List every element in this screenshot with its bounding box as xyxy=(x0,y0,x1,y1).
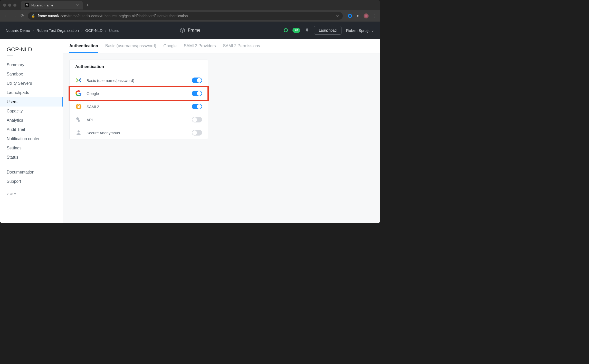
profile-avatar-icon[interactable] xyxy=(364,13,369,18)
main-panel: AuthenticationBasic (username/password)G… xyxy=(63,39,380,223)
url-host: frame.nutanix.com xyxy=(38,14,67,18)
svg-point-6 xyxy=(78,130,80,132)
version-label: 2.70.2 xyxy=(0,186,63,202)
sidebar-item-support[interactable]: Support xyxy=(0,177,63,186)
tab-basic-username-password-[interactable]: Basic (username/password) xyxy=(105,44,156,53)
sidebar-item-audit-trail[interactable]: Audit Trail xyxy=(0,125,63,134)
tab-saml2-permissions[interactable]: SAML2 Permissions xyxy=(223,44,260,53)
sidebar-item-utility-servers[interactable]: Utility Servers xyxy=(0,79,63,88)
browser-menu-icon[interactable]: ⋮ xyxy=(373,14,377,18)
svg-rect-5 xyxy=(78,121,80,122)
saml-icon xyxy=(75,103,82,110)
crumb-1[interactable]: Ruben Test Organization xyxy=(36,28,79,33)
address-bar: ← → ⟳ 🔒 frame.nutanix.com/frame/nutanix-… xyxy=(0,10,380,22)
brand-label: Frame xyxy=(188,28,200,33)
sidebar-item-capacity[interactable]: Capacity xyxy=(0,107,63,116)
key-icon xyxy=(75,116,82,123)
tab-title: Nutanix Frame xyxy=(31,3,53,7)
app-header: Nutanix Demo › Ruben Test Organization ›… xyxy=(0,22,380,39)
sidebar-item-notification-center[interactable]: Notification center xyxy=(0,134,63,143)
reload-button[interactable]: ⟳ xyxy=(20,13,25,19)
sidebar-item-users[interactable]: Users xyxy=(0,97,63,107)
browser-chrome: N Nutanix Frame ✕ + ← → ⟳ 🔒 frame.nutani… xyxy=(0,0,380,22)
back-button[interactable]: ← xyxy=(3,13,9,19)
toggle-saml2[interactable] xyxy=(192,104,202,109)
brand[interactable]: Frame xyxy=(179,27,200,33)
provider-label: Basic (username/password) xyxy=(87,78,187,83)
provider-label: API xyxy=(87,118,187,122)
toggle-basic-username-password-[interactable] xyxy=(192,78,202,83)
tab-authentication[interactable]: Authentication xyxy=(69,44,98,53)
auth-row-api: API xyxy=(70,113,208,126)
card-title: Authentication xyxy=(70,60,208,74)
user-icon xyxy=(75,129,82,136)
star-icon[interactable]: ☆ xyxy=(336,14,339,18)
auth-card: Authentication Basic (username/password)… xyxy=(69,60,208,139)
url-path: /frame/nutanix-demo/ruben-test-org/gcp-n… xyxy=(67,14,188,18)
nutanix-icon xyxy=(75,77,82,84)
toggle-api[interactable] xyxy=(192,117,202,122)
bell-icon[interactable] xyxy=(305,27,309,33)
sidebar-item-documentation[interactable]: Documentation xyxy=(0,168,63,177)
window-max-dot[interactable] xyxy=(13,4,16,7)
extensions-icon[interactable]: ✦ xyxy=(356,14,359,18)
status-ring-icon[interactable] xyxy=(284,28,288,32)
chevron-down-icon: ⌄ xyxy=(371,28,374,33)
content: GCP-NLD SummarySandboxUtility ServersLau… xyxy=(0,39,380,223)
close-tab-icon[interactable]: ✕ xyxy=(76,3,79,7)
sidebar: GCP-NLD SummarySandboxUtility ServersLau… xyxy=(0,39,63,223)
provider-label: Google xyxy=(87,91,187,96)
auth-row-secure-anonymous: Secure Anonymous xyxy=(70,126,208,139)
breadcrumb: Nutanix Demo › Ruben Test Organization ›… xyxy=(6,28,119,33)
forward-button[interactable]: → xyxy=(11,13,17,19)
provider-label: SAML2 xyxy=(87,104,187,109)
cube-icon xyxy=(179,27,185,33)
auth-row-google: Google xyxy=(70,87,208,100)
sidebar-item-status[interactable]: Status xyxy=(0,153,63,162)
lock-icon: 🔒 xyxy=(31,14,35,18)
auth-row-basic-username-password-: Basic (username/password) xyxy=(70,74,208,87)
traffic-lights xyxy=(3,4,16,7)
crumb-2[interactable]: GCP-NLD xyxy=(85,28,103,33)
google-icon xyxy=(75,90,82,97)
tabs: AuthenticationBasic (username/password)G… xyxy=(63,39,380,53)
user-menu[interactable]: Ruben Spruijt ⌄ xyxy=(346,28,374,33)
auth-row-saml2: SAML2 xyxy=(70,100,208,113)
browser-tab[interactable]: N Nutanix Frame ✕ xyxy=(21,1,83,9)
favicon-icon: N xyxy=(25,3,29,7)
status-badge[interactable]: 20 xyxy=(292,28,300,33)
sidebar-item-sandbox[interactable]: Sandbox xyxy=(0,70,63,79)
provider-label: Secure Anonymous xyxy=(87,131,187,135)
user-name: Ruben Spruijt xyxy=(346,28,369,33)
page-title: GCP-NLD xyxy=(0,46,63,55)
crumb-3[interactable]: Users xyxy=(109,28,119,33)
extension-ring-icon[interactable] xyxy=(348,14,352,18)
sidebar-item-settings[interactable]: Settings xyxy=(0,143,63,153)
toggle-secure-anonymous[interactable] xyxy=(192,130,202,136)
svg-rect-4 xyxy=(78,120,80,121)
crumb-0[interactable]: Nutanix Demo xyxy=(6,28,30,33)
tab-bar: N Nutanix Frame ✕ + xyxy=(0,0,380,10)
tab-saml2-providers[interactable]: SAML2 Providers xyxy=(184,44,216,53)
sidebar-item-analytics[interactable]: Analytics xyxy=(0,116,63,125)
window-min-dot[interactable] xyxy=(8,4,11,7)
launchpad-button[interactable]: Launchpad xyxy=(314,26,341,35)
toggle-google[interactable] xyxy=(192,91,202,96)
new-tab-button[interactable]: + xyxy=(86,3,89,8)
url-input[interactable]: 🔒 frame.nutanix.com/frame/nutanix-demo/r… xyxy=(28,12,343,20)
sidebar-item-summary[interactable]: Summary xyxy=(0,60,63,70)
window-close-dot[interactable] xyxy=(3,4,6,7)
svg-rect-1 xyxy=(78,106,80,108)
tab-google[interactable]: Google xyxy=(163,44,177,53)
sidebar-item-launchpads[interactable]: Launchpads xyxy=(0,88,63,97)
